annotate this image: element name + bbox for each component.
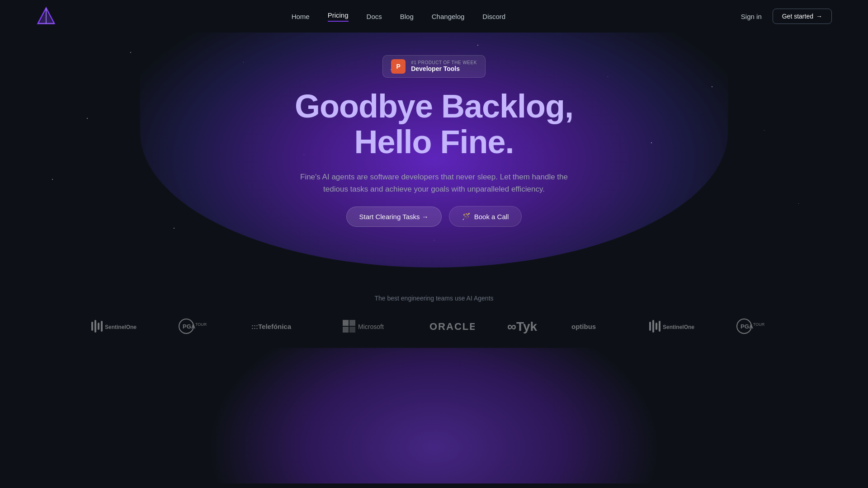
bottom-glow <box>208 348 660 483</box>
svg-rect-22 <box>652 320 654 333</box>
cta-buttons: Start Clearing Tasks → 🪄 Book a Call <box>346 206 522 227</box>
nav-discord[interactable]: Discord <box>482 13 505 20</box>
svg-text:TOUR: TOUR <box>753 322 765 327</box>
svg-text:PGA: PGA <box>183 323 196 330</box>
badge-text: #1 PRODUCT OF THE WEEK Developer Tools <box>411 60 477 72</box>
svg-rect-6 <box>98 323 99 330</box>
svg-rect-13 <box>343 320 349 326</box>
svg-rect-15 <box>343 327 349 333</box>
logos-section: The best engineering teams use AI Agents… <box>0 277 868 348</box>
svg-rect-24 <box>659 321 660 332</box>
logo-microsoft: Microsoft <box>343 318 397 334</box>
get-started-button[interactable]: Get started → <box>773 9 832 24</box>
arrow-icon: → <box>816 13 822 20</box>
svg-text:ORACLE: ORACLE <box>429 321 475 332</box>
hero-section: P #1 PRODUCT OF THE WEEK Developer Tools… <box>0 33 868 277</box>
svg-text:optibus: optibus <box>571 323 596 330</box>
sign-in-link[interactable]: Sign in <box>741 13 762 20</box>
logo-sentinelone-1: SentinelOne <box>91 318 146 334</box>
svg-text:TOUR: TOUR <box>195 322 207 327</box>
nav-pricing[interactable]: Pricing <box>328 11 349 22</box>
bottom-section <box>0 348 868 483</box>
logos-row: SentinelOne PGA TOUR :::Telefónica <box>0 318 868 334</box>
badge-icon: P <box>391 59 406 74</box>
logo-sentinelone-2: SentinelOne <box>649 318 703 334</box>
svg-text::::Telefónica: :::Telefónica <box>251 323 292 330</box>
hero-headline: Goodbye Backlog, Hello Fine. <box>295 89 573 160</box>
hero-subtext: Fine's AI agents are software developers… <box>294 171 574 195</box>
svg-rect-7 <box>101 321 103 332</box>
svg-text:SentinelOne: SentinelOne <box>105 324 137 330</box>
nav-actions: Sign in Get started → <box>741 9 832 24</box>
svg-rect-23 <box>656 323 657 330</box>
headline-line1: Goodbye Backlog, <box>295 88 573 124</box>
svg-rect-5 <box>94 320 96 333</box>
badge-title: Developer Tools <box>411 65 460 72</box>
logo-pga-2: PGA TOUR <box>736 318 777 334</box>
svg-text:PGA: PGA <box>741 323 754 330</box>
logos-subtitle: The best engineering teams use AI Agents <box>374 295 493 302</box>
nav-links: Home Pricing Docs Blog Changelog Discord <box>292 11 506 22</box>
svg-rect-4 <box>91 322 93 331</box>
logo-oracle: ORACLE <box>429 318 475 334</box>
nav-home[interactable]: Home <box>292 13 310 20</box>
call-emoji-icon: 🪄 <box>462 212 471 221</box>
book-call-button[interactable]: 🪄 Book a Call <box>449 206 522 227</box>
svg-rect-16 <box>349 327 355 333</box>
nav-docs[interactable]: Docs <box>367 13 382 20</box>
svg-text:SentinelOne: SentinelOne <box>663 324 694 330</box>
badge-label: #1 PRODUCT OF THE WEEK <box>411 60 477 65</box>
hero-content: P #1 PRODUCT OF THE WEEK Developer Tools… <box>294 55 574 227</box>
logo-optibus: optibus <box>571 318 617 334</box>
nav-changelog[interactable]: Changelog <box>432 13 465 20</box>
book-call-label: Book a Call <box>474 213 509 221</box>
logo[interactable] <box>36 6 56 26</box>
svg-text:∞Tyk: ∞Tyk <box>507 319 538 333</box>
navigation: Home Pricing Docs Blog Changelog Discord… <box>0 0 868 33</box>
logo-tyk: ∞Tyk <box>507 318 539 334</box>
logo-telefonica: :::Telefónica <box>251 318 310 334</box>
headline-line2: Hello Fine. <box>354 124 514 160</box>
product-badge[interactable]: P #1 PRODUCT OF THE WEEK Developer Tools <box>382 55 486 78</box>
logo-pga-1: PGA TOUR <box>178 318 219 334</box>
svg-text:Microsoft: Microsoft <box>358 323 384 330</box>
nav-blog[interactable]: Blog <box>400 13 414 20</box>
start-clearing-button[interactable]: Start Clearing Tasks → <box>346 206 442 227</box>
svg-rect-21 <box>649 322 651 331</box>
svg-rect-14 <box>349 320 355 326</box>
